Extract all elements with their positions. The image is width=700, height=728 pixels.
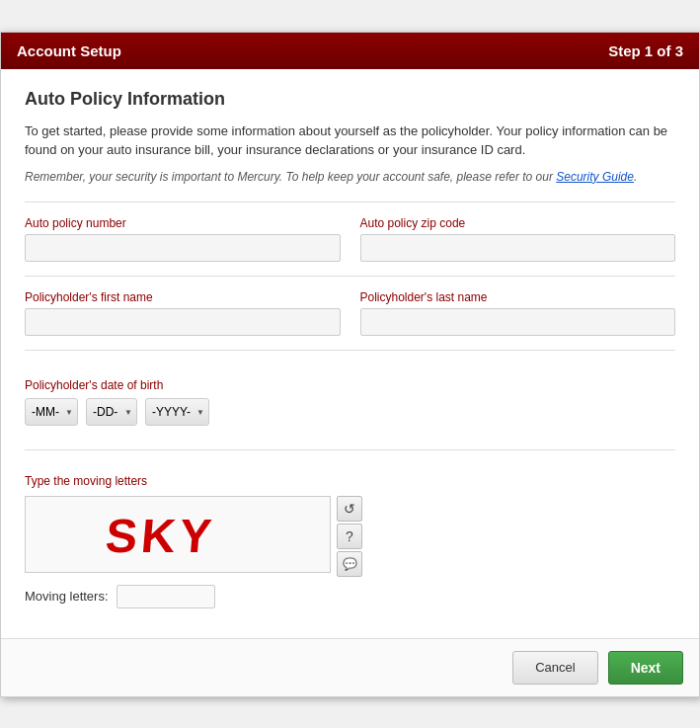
last-name-label: Policyholder's last name (360, 290, 676, 304)
speech-icon: 💬 (343, 557, 357, 571)
divider-4 (25, 449, 675, 450)
captcha-image-svg: SKY (99, 505, 257, 564)
security-guide-link[interactable]: Security Guide (556, 170, 634, 184)
dob-yyyy-select[interactable]: -YYYY- (145, 398, 209, 426)
dob-section: Policyholder's date of birth -MM- 010203… (25, 364, 675, 436)
first-name-input[interactable] (25, 308, 341, 336)
captcha-help-button[interactable]: ? (337, 524, 362, 549)
divider-2 (25, 276, 675, 277)
auto-policy-zip-input[interactable] (360, 234, 676, 262)
intro-text: To get started, please provide some info… (25, 121, 675, 160)
cancel-button[interactable]: Cancel (512, 651, 597, 685)
captcha-icons: ↺ ? 💬 (337, 496, 362, 577)
auto-policy-number-input[interactable] (25, 234, 341, 262)
moving-letters-input[interactable] (117, 585, 215, 608)
svg-text:SKY: SKY (104, 509, 217, 562)
auto-policy-zip-label: Auto policy zip code (360, 216, 676, 230)
last-name-group: Policyholder's last name (360, 290, 676, 336)
auto-policy-number-group: Auto policy number (25, 216, 341, 262)
first-name-group: Policyholder's first name (25, 290, 341, 336)
header-bar: Account Setup Step 1 of 3 (1, 33, 699, 69)
divider-1 (25, 202, 675, 202)
name-row: Policyholder's first name Policyholder's… (25, 290, 675, 336)
dob-dd-select[interactable]: -DD- 010203 040506 070809 101112 131415 … (86, 398, 137, 426)
help-icon: ? (346, 528, 353, 544)
last-name-input[interactable] (360, 308, 676, 336)
refresh-icon: ↺ (344, 501, 355, 517)
security-note: Remember, your security is important to … (25, 170, 675, 184)
policy-row: Auto policy number Auto policy zip code (25, 216, 675, 262)
dob-label: Policyholder's date of birth (25, 378, 675, 392)
header-title: Account Setup (17, 42, 121, 59)
captcha-image-box: SKY (25, 496, 331, 573)
page-title: Auto Policy Information (25, 89, 675, 110)
captcha-area: SKY ↺ ? 💬 (25, 496, 675, 577)
captcha-speech-button[interactable]: 💬 (337, 551, 362, 577)
dob-dd-wrap: -DD- 010203 040506 070809 101112 131415 … (86, 398, 137, 426)
moving-letters-row: Moving letters: (25, 585, 675, 608)
captcha-refresh-button[interactable]: ↺ (337, 496, 362, 522)
captcha-section: Type the moving letters SKY ↺ ? (25, 464, 675, 622)
dob-selects: -MM- 010203 040506 070809 101112 -DD- 01… (25, 398, 675, 426)
divider-3 (25, 350, 675, 351)
next-button[interactable]: Next (608, 651, 683, 685)
content-area: Auto Policy Information To get started, … (1, 69, 699, 638)
footer-bar: Cancel Next (1, 638, 699, 696)
first-name-label: Policyholder's first name (25, 290, 341, 304)
dob-mm-select[interactable]: -MM- 010203 040506 070809 101112 (25, 398, 78, 426)
captcha-label: Type the moving letters (25, 474, 675, 488)
moving-letters-label: Moving letters: (25, 589, 109, 604)
step-indicator: Step 1 of 3 (608, 42, 683, 59)
main-window: Account Setup Step 1 of 3 Auto Policy In… (0, 32, 700, 697)
dob-yyyy-wrap: -YYYY- (145, 398, 209, 426)
dob-mm-wrap: -MM- 010203 040506 070809 101112 (25, 398, 78, 426)
auto-policy-zip-group: Auto policy zip code (360, 216, 676, 262)
auto-policy-number-label: Auto policy number (25, 216, 341, 230)
